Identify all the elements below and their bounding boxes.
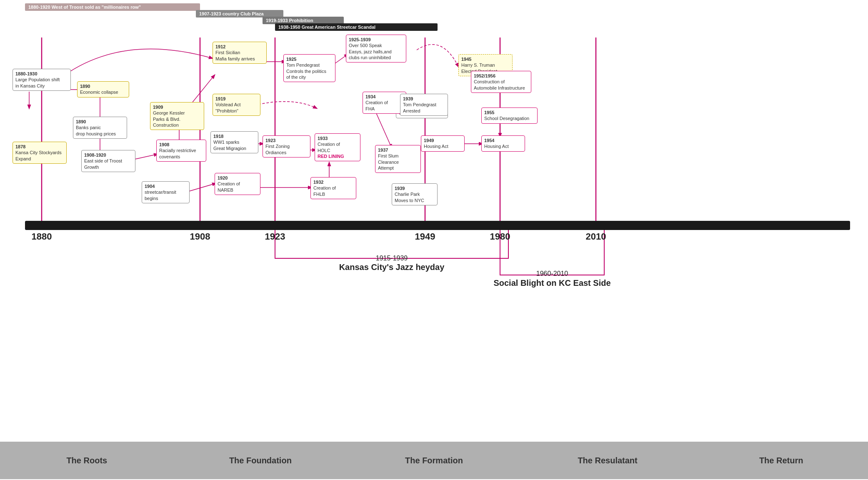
svg-text:1907-1923 country Club Plaza: 1907-1923 country Club Plaza [199,11,264,16]
bottom-label-formation: The Formation [347,456,521,465]
event-1919-volstead: 1919 Volstead Act"Prohibton" [213,94,260,116]
event-1939-arrested: 1939 Tom PendegrastArrested [400,94,448,116]
event-1925-speakeasys: 1925-1939 Over 500 SpeakEasys, jazz hall… [346,35,406,62]
svg-text:2010: 2010 [586,231,606,242]
svg-line-32 [188,183,216,192]
svg-text:1908: 1908 [190,231,210,242]
svg-text:Kansas City's Jazz heyday: Kansas City's Jazz heyday [339,262,445,272]
event-1933-holc: 1933 Creation ofHOLCRED LINING [315,133,360,161]
bottom-label-return: The Return [694,456,868,465]
svg-text:1915-1939: 1915-1939 [376,255,408,262]
svg-text:1919-1933 Prohibition: 1919-1933 Prohibition [266,18,313,23]
event-1920-nareb: 1920 Creation ofNAREB [215,173,260,195]
event-1937-slum: 1937 First SlumClearanceAttempt [375,145,421,173]
event-1932-fhlb: 1932 Creation ofFHLB [310,177,356,199]
event-1925-pendegrast: 1925 Tom PendegrastControls the politics… [283,54,335,82]
event-1908-covenants: 1908 Racially restrictivecovenants [156,140,206,162]
svg-text:1880-1920   West of Troost sol: 1880-1920 West of Troost sold as "millio… [28,5,141,10]
bottom-label-roots: The Roots [0,456,174,465]
event-1939-charlie: 1939 Charlie ParkMoves to NYC [392,183,438,205]
event-year: 1878 [15,144,64,150]
event-1904-streetcar: 1904 streetcar/transitbegins [142,181,190,203]
event-1923-zoning: 1923 First ZoningOrdiances [263,135,310,158]
event-1909-kessler: 1909 George KesslerParks & Blvd. Constru… [150,102,204,130]
svg-rect-9 [196,10,283,18]
event-1912-mafia: 1912 First SicilianMafia family arrives [213,42,267,64]
event-1954-housing: 1954 Housing Act [481,135,525,152]
event-1955-desegregation: 1955 School Desegragation [481,108,538,124]
bottom-label-resultant: The Resulatant [521,456,695,465]
bottom-label-foundation: The Foundation [174,456,348,465]
event-1890-banks: 1890 Banks panicdrop housing prices [73,117,127,139]
event-1949-housing: 1949 Housing Act [421,135,465,152]
bottom-section: The Roots The Foundation The Formation T… [0,442,868,479]
event-1918-ww1: 1918 WW1 sparksGreat Migragion [210,131,258,153]
event-1878-stockyards: 1878 Kansa City Stockyards Expand [13,142,67,164]
svg-line-24 [375,110,392,148]
svg-text:1949: 1949 [415,231,435,242]
event-1908-eastside: 1908-1920 East side of TroostGrowth [81,150,135,172]
svg-rect-13 [275,23,438,31]
svg-text:1923: 1923 [265,231,285,242]
event-1890-economic: 1890 Economic collapse [77,81,129,98]
svg-text:1938-1950 Great American Stree: 1938-1950 Great American Streetcar Scand… [278,25,375,30]
event-1952-automobile: 1952/1956 Construction ofAutomobile Infr… [471,71,531,93]
svg-rect-7 [25,3,200,11]
event-1880-population: 1880-1930 Large Population shiftin Kansa… [13,69,71,91]
svg-text:1980: 1980 [490,231,510,242]
svg-rect-0 [25,221,850,230]
event-desc: Kansa City Stockyards Expand [15,150,62,161]
svg-rect-11 [263,17,344,24]
svg-text:1960-2010: 1960-2010 [536,270,568,277]
svg-text:1880: 1880 [32,231,52,242]
svg-text:Social Blight on KC East Side: Social Blight on KC East Side [493,278,610,288]
